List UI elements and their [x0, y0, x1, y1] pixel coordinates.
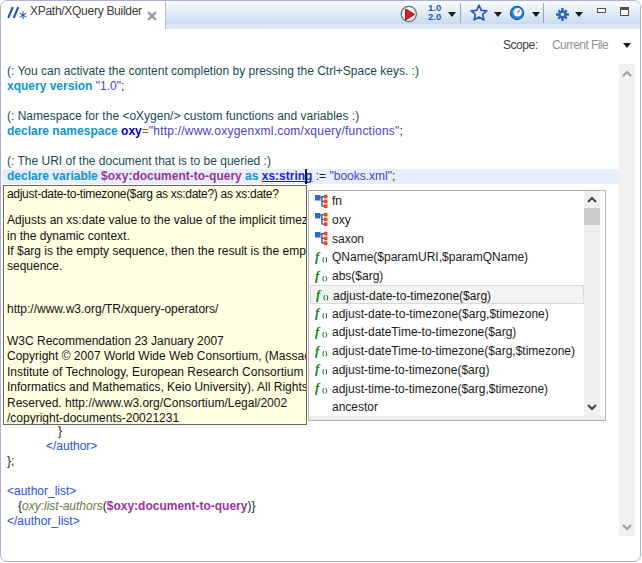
- svg-text:f: f: [315, 362, 321, 376]
- svg-text:f: f: [315, 344, 321, 358]
- svg-text:f: f: [315, 381, 321, 395]
- svg-text:f: f: [315, 250, 321, 264]
- svg-text:f: f: [316, 288, 322, 302]
- svg-text:f: f: [315, 306, 321, 320]
- svg-text:f: f: [315, 269, 321, 283]
- svg-text:f: f: [315, 325, 321, 339]
